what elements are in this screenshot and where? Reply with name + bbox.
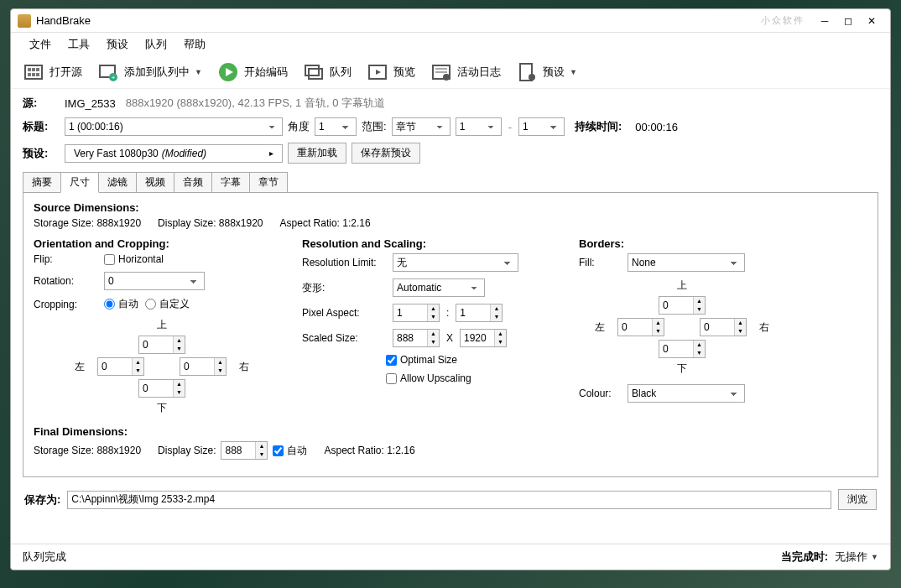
source-info: 888x1920 (888x1920), 42.13 FPS, 1 音轨, 0 …	[126, 96, 385, 111]
app-title: HandBrake	[36, 14, 91, 27]
menu-file[interactable]: 文件	[23, 35, 58, 54]
par-x-input[interactable]: ▲▼	[393, 304, 440, 322]
final-display-input[interactable]: ▲▼	[221, 441, 268, 460]
crop-left-label: 左	[75, 360, 85, 374]
crop-custom-radio[interactable]: 自定义	[145, 297, 190, 311]
title-label: 标题:	[23, 119, 60, 134]
svg-point-19	[443, 74, 450, 81]
crop-left-input[interactable]: ▲▼	[97, 357, 144, 376]
scaled-x: X	[446, 332, 453, 344]
maximize-button[interactable]: ◻	[836, 13, 860, 29]
rotation-select[interactable]: 0	[104, 272, 205, 290]
minimize-button[interactable]: ─	[813, 13, 836, 29]
fill-select[interactable]: None	[628, 253, 745, 272]
scaled-h-input[interactable]: ▲▼	[460, 329, 507, 347]
par-y-input[interactable]: ▲▼	[456, 304, 503, 322]
scaled-size-label: Scaled Size:	[302, 332, 386, 344]
angle-label: 角度	[288, 119, 310, 134]
border-right-input[interactable]: ▲▼	[700, 318, 747, 336]
activity-icon	[430, 61, 452, 83]
tab-filters[interactable]: 滤镜	[98, 172, 137, 193]
anamorphic-select[interactable]: Automatic	[393, 278, 485, 297]
range-type-select[interactable]: 章节	[392, 117, 450, 136]
tab-dimensions[interactable]: 尺寸	[60, 172, 99, 193]
tb-start-label: 开始编码	[244, 65, 288, 80]
anamorphic-label: 变形:	[302, 281, 386, 295]
cropping-label: Cropping:	[34, 299, 97, 310]
optimal-size-check[interactable]: Optimal Size	[386, 354, 457, 366]
tb-preview[interactable]: 预览	[367, 61, 424, 83]
crop-right-label: 右	[239, 360, 249, 374]
reload-preset-button[interactable]: 重新加载	[288, 143, 346, 164]
menu-help[interactable]: 帮助	[177, 35, 212, 54]
when-done-value[interactable]: 无操作 ▼	[835, 549, 878, 565]
preset-label: 预设:	[23, 146, 60, 161]
preset-name: Very Fast 1080p30	[74, 148, 159, 159]
duration-label: 持续时间:	[575, 119, 622, 134]
border-left-input[interactable]: ▲▼	[617, 318, 664, 336]
border-top-input[interactable]: ▲▼	[659, 296, 706, 315]
range-end-select[interactable]: 1	[518, 117, 565, 136]
svg-rect-13	[309, 69, 322, 79]
tab-video[interactable]: 视频	[136, 172, 174, 193]
border-bottom-input[interactable]: ▲▼	[659, 340, 706, 358]
save-preset-button[interactable]: 保存新预设	[352, 143, 420, 164]
aspect-label: Aspect Ratio:	[280, 217, 340, 229]
tb-open-source[interactable]: 打开源	[23, 61, 91, 83]
crop-bottom-input[interactable]: ▲▼	[138, 379, 185, 398]
flip-label: Flip:	[34, 253, 97, 265]
statusbar: 队列完成 当完成时: 无操作 ▼	[11, 544, 890, 570]
border-bottom-label: 下	[677, 362, 687, 376]
crop-top-input[interactable]: ▲▼	[138, 336, 185, 354]
fill-label: Fill:	[579, 257, 621, 268]
title-select[interactable]: 1 (00:00:16)	[65, 117, 283, 136]
watermark: 小众软件	[761, 14, 805, 27]
preset-modified: (Modified)	[162, 148, 206, 159]
save-as-label: 保存为:	[24, 492, 60, 507]
menu-presets[interactable]: 预设	[100, 35, 135, 54]
final-aspect-label: Aspect Ratio:	[324, 445, 383, 456]
svg-text:+: +	[112, 74, 116, 81]
tb-presets[interactable]: 预设 ▼	[516, 61, 586, 83]
preset-button[interactable]: Very Fast 1080p30 (Modified) ▸	[65, 144, 283, 163]
colour-select[interactable]: Black	[628, 384, 745, 403]
browse-button[interactable]: 浏览	[838, 489, 877, 510]
tab-chapters[interactable]: 章节	[249, 172, 288, 193]
tb-queue[interactable]: 队列	[303, 61, 360, 83]
svg-marker-15	[376, 70, 381, 75]
range-start-select[interactable]: 1	[456, 117, 502, 136]
menu-queue[interactable]: 队列	[138, 35, 174, 54]
menu-tools[interactable]: 工具	[61, 35, 96, 54]
crop-bottom-label: 下	[157, 401, 167, 415]
chevron-down-icon: ▼	[570, 68, 577, 76]
res-limit-select[interactable]: 无	[393, 253, 518, 272]
final-auto-check[interactable]: 自动	[273, 444, 307, 458]
tab-summary[interactable]: 摘要	[23, 172, 61, 193]
crop-top-label: 上	[157, 318, 167, 332]
svg-rect-3	[36, 68, 39, 71]
border-top-label: 上	[677, 278, 687, 293]
toolbar: 打开源 + 添加到队列中 ▼ 开始编码 队列 预览 活动日志 预设 ▼	[11, 56, 890, 89]
tb-activity[interactable]: 活动日志	[430, 61, 509, 83]
flip-horizontal-check[interactable]: Horizontal	[104, 253, 164, 265]
scaled-w-input[interactable]: ▲▼	[393, 329, 440, 347]
res-title: Resolution and Scaling:	[302, 237, 520, 250]
crop-auto-radio[interactable]: 自动	[104, 297, 138, 311]
close-button[interactable]: ✕	[860, 13, 883, 29]
tb-add-queue-label: 添加到队列中	[124, 65, 190, 80]
allow-upscaling-check[interactable]: Allow Upscaling	[386, 372, 471, 384]
tb-start-encode[interactable]: 开始编码	[217, 61, 296, 83]
res-limit-label: Resolution Limit:	[302, 257, 386, 268]
tab-subtitles[interactable]: 字幕	[211, 172, 250, 193]
range-separator: -	[508, 121, 512, 133]
tb-add-queue[interactable]: + 添加到队列中 ▼	[97, 61, 211, 83]
tab-audio[interactable]: 音频	[174, 172, 212, 193]
angle-select[interactable]: 1	[315, 117, 357, 136]
aspect-value: 1:2.16	[342, 217, 370, 229]
svg-rect-1	[28, 68, 31, 71]
tabs: 摘要 尺寸 滤镜 视频 音频 字幕 章节	[23, 172, 878, 193]
rotation-label: Rotation:	[34, 275, 97, 287]
source-name: IMG_2533	[65, 97, 116, 110]
save-path-input[interactable]	[67, 491, 831, 509]
crop-right-input[interactable]: ▲▼	[180, 357, 227, 376]
